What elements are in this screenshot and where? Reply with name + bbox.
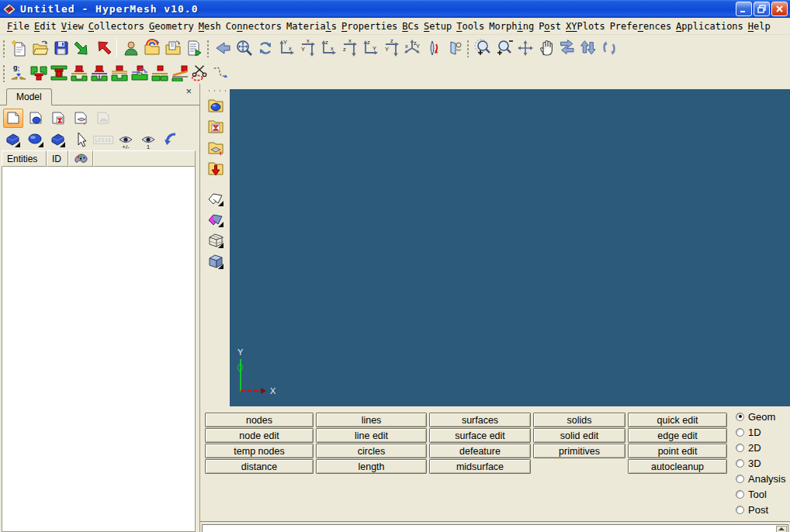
menu-materials[interactable]: Materials: [284, 19, 339, 33]
spot-line-connector-button[interactable]: [69, 63, 89, 83]
page-radio-2d[interactable]: 2D: [736, 440, 785, 455]
menu-collectors[interactable]: Collectors: [86, 19, 147, 33]
trim-scissors-button[interactable]: [190, 63, 210, 83]
toolbar-grip[interactable]: [2, 64, 7, 82]
panel-button-edge-edit[interactable]: edge edit: [628, 428, 727, 443]
page-radio-geom[interactable]: Geom: [736, 409, 785, 424]
panel-button-solids[interactable]: solids: [533, 413, 625, 427]
user-profile-button[interactable]: [120, 37, 141, 59]
page-radio-1d[interactable]: 1D: [736, 424, 785, 440]
rotate-ccw-button[interactable]: [598, 37, 619, 59]
column-header-entities[interactable]: Entities: [2, 150, 47, 167]
eye-isolate-one-button[interactable]: 1: [138, 130, 158, 150]
view-yx-button[interactable]: xY: [296, 37, 317, 59]
model-view-button[interactable]: [3, 109, 23, 128]
back-view-button[interactable]: [213, 37, 234, 59]
run-script-button[interactable]: [183, 37, 204, 59]
menu-help[interactable]: Help: [746, 19, 773, 33]
panel-button-quick-edit[interactable]: quick edit: [628, 413, 727, 427]
import-view-button[interactable]: [93, 109, 113, 128]
show-flag-button[interactable]: [3, 130, 23, 150]
load-results-button[interactable]: [141, 37, 162, 59]
graphics-viewport[interactable]: Y X: [230, 89, 790, 406]
panel-button-distance[interactable]: distance: [205, 459, 314, 474]
shaded-geometry-button[interactable]: [205, 209, 227, 230]
bolt-connector-button[interactable]: [49, 63, 69, 83]
id-display-button[interactable]: LCIJI: [93, 130, 113, 150]
column-header-color[interactable]: [68, 150, 93, 167]
fit-view-button[interactable]: [234, 37, 255, 59]
import-folder-button[interactable]: [205, 157, 227, 178]
page-radio-tool[interactable]: Tool: [736, 486, 785, 502]
swap-vertical-button[interactable]: [577, 37, 598, 59]
shaded-elements-button[interactable]: [205, 250, 227, 271]
view-yz-button[interactable]: zY: [380, 37, 401, 59]
spot-connector-button[interactable]: [29, 63, 49, 83]
entity-state-view-button[interactable]: [48, 109, 68, 128]
new-document-button[interactable]: [9, 37, 29, 59]
isolate-ball-button[interactable]: [26, 130, 46, 150]
rotate-cross-button[interactable]: [515, 37, 535, 59]
mirror-view-button[interactable]: [443, 37, 464, 59]
panel-button-node-edit[interactable]: node edit: [205, 428, 314, 443]
view-xy-button[interactable]: Yx: [275, 37, 296, 59]
menu-applications[interactable]: Applications: [674, 19, 746, 33]
page-radio-post[interactable]: Post: [736, 502, 785, 517]
swap-horizontal-button[interactable]: [556, 37, 577, 59]
view-xz-button[interactable]: xz: [338, 37, 359, 59]
adhesive-connector-button[interactable]: [170, 63, 190, 83]
column-header-id[interactable]: ID: [47, 150, 68, 167]
menu-mesh[interactable]: Mesh: [196, 19, 223, 33]
panel-button-solid-edit[interactable]: solid edit: [533, 428, 625, 443]
toolbar-grip[interactable]: [206, 39, 211, 57]
panel-button-circles[interactable]: circles: [316, 444, 427, 458]
panel-close-icon[interactable]: ×: [185, 87, 192, 96]
close-button[interactable]: [771, 2, 788, 16]
selector-arrow-button[interactable]: [71, 130, 91, 150]
component-view-button[interactable]: [26, 109, 46, 128]
tab-model[interactable]: Model: [6, 88, 52, 105]
wireframe-elements-button[interactable]: [205, 230, 227, 250]
open-file-button[interactable]: [29, 37, 50, 59]
include-folder-button[interactable]: [205, 116, 227, 136]
menu-bcs[interactable]: BCs: [400, 19, 421, 33]
panel-button-midsurface[interactable]: midsurface: [429, 459, 531, 474]
organize-folder-button[interactable]: [162, 37, 183, 59]
page-radio-3d[interactable]: 3D: [736, 455, 785, 471]
panel-button-lines[interactable]: lines: [316, 413, 427, 427]
undo-button[interactable]: [161, 130, 181, 150]
menu-xyplots[interactable]: XYPlots: [563, 19, 608, 33]
panel-button-autocleanup[interactable]: autocleanup: [628, 459, 727, 474]
toolbar-grip[interactable]: [466, 39, 471, 57]
minimize-button[interactable]: [736, 2, 752, 16]
overlap-connector-button[interactable]: [150, 63, 170, 83]
panel-button-point-edit[interactable]: point edit: [628, 444, 727, 458]
command-input[interactable]: [202, 524, 788, 532]
wireframe-geometry-button[interactable]: [205, 188, 227, 209]
restore-button[interactable]: [754, 2, 770, 16]
menu-geometry[interactable]: Geometry: [147, 19, 196, 33]
import-button[interactable]: [71, 37, 92, 59]
export-button[interactable]: [92, 37, 113, 59]
view-zx-button[interactable]: zx: [317, 37, 338, 59]
panel-button-line-edit[interactable]: line edit: [316, 428, 427, 443]
panel-button-nodes[interactable]: nodes: [205, 413, 314, 427]
panel-button-primitives[interactable]: primitives: [533, 444, 625, 458]
panel-button-surface-edit[interactable]: surface edit: [429, 428, 531, 443]
entity-tree[interactable]: [2, 167, 196, 532]
panel-button-surfaces[interactable]: surfaces: [429, 413, 531, 427]
eye-plus-minus-button[interactable]: +/-: [116, 130, 136, 150]
toolbar-grip[interactable]: [206, 88, 226, 93]
menu-morphing[interactable]: Morphing: [487, 19, 536, 33]
menu-post[interactable]: Post: [536, 19, 563, 33]
page-radio-analysis[interactable]: Analysis: [736, 471, 785, 486]
save-file-button[interactable]: [50, 37, 71, 59]
display-flag-button[interactable]: [48, 130, 68, 150]
panel-button-length[interactable]: length: [316, 459, 427, 474]
seam-connector-button[interactable]: [89, 63, 109, 83]
scroll-up-button[interactable]: [776, 526, 787, 532]
toolbar-grip[interactable]: [2, 39, 7, 57]
panel-button-defeature[interactable]: defeature: [429, 444, 531, 458]
hem-connector-button[interactable]: [130, 63, 150, 83]
panel-button-temp-nodes[interactable]: temp nodes: [205, 444, 314, 458]
